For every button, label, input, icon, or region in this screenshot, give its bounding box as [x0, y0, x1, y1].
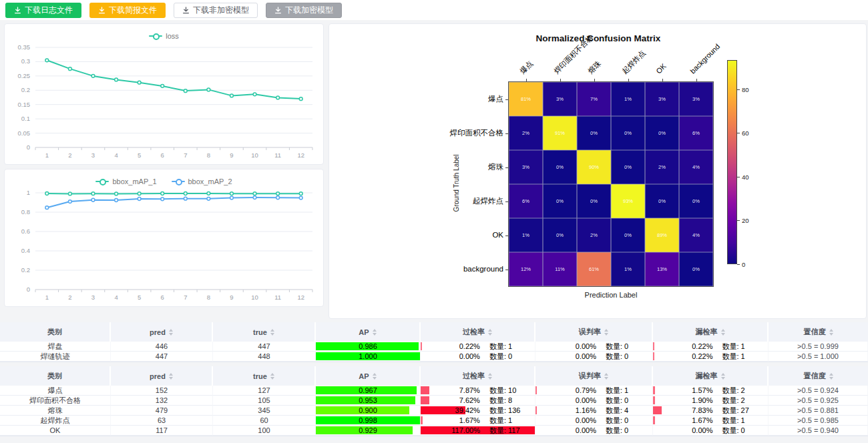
- rate-percent: 0.79%: [535, 386, 596, 394]
- column-header-label: 置信度: [804, 327, 826, 337]
- table-cell-over-detect-rate: 1.67%数量: 1: [421, 416, 535, 426]
- rate-count: 数量: 1: [596, 386, 652, 396]
- column-header-误判率[interactable]: 误判率: [535, 366, 653, 386]
- column-header-true[interactable]: true: [213, 366, 316, 386]
- sort-caret-icon[interactable]: [169, 373, 173, 380]
- matrix-cell: 2%: [509, 116, 543, 150]
- column-header-label: 误判率: [579, 371, 601, 381]
- column-header-true[interactable]: true: [213, 322, 316, 342]
- matrix-cell: 0%: [611, 116, 645, 150]
- column-header-label: 类别: [47, 371, 62, 381]
- rate-percent: 7.62%: [421, 396, 480, 404]
- table-cell-confidence: >0.5 = 0.940: [769, 426, 868, 436]
- y-tick-label: 0.05: [18, 129, 31, 137]
- x-tick-label: 5: [138, 294, 141, 301]
- rate-count: 数量: 1: [712, 342, 768, 352]
- data-point: [138, 81, 141, 84]
- column-header-AP[interactable]: AP: [316, 366, 421, 386]
- sort-caret-icon[interactable]: [169, 329, 173, 336]
- download-log-button[interactable]: 下载日志文件: [5, 3, 81, 18]
- column-header-类别: 类别: [0, 366, 111, 386]
- column-header-过检率[interactable]: 过检率: [421, 322, 535, 342]
- table-cell-confidence: >0.5 = 0.924: [769, 386, 868, 396]
- matrix-top-tick: [628, 79, 629, 81]
- rate-percent: 1.67%: [653, 416, 712, 424]
- y-tick-label: 0.3: [21, 57, 30, 65]
- matrix-row-label: 起焊炸点: [397, 184, 503, 218]
- rate-count: 数量: 0: [596, 416, 652, 426]
- legend-item-loss[interactable]: loss: [149, 32, 179, 40]
- matrix-cell: 0%: [543, 150, 577, 184]
- rate-count: 数量: 1: [712, 416, 768, 426]
- sort-caret-icon[interactable]: [373, 329, 377, 336]
- data-point: [207, 191, 210, 195]
- table-cell-misjudge-rate: 0.00%数量: 0: [535, 416, 653, 426]
- data-point: [299, 196, 302, 199]
- matrix-left-tick: [505, 99, 508, 100]
- column-header-label: true: [253, 328, 267, 336]
- column-header-过检率[interactable]: 过检率: [421, 366, 535, 386]
- sort-caret-icon[interactable]: [829, 329, 833, 336]
- matrix-left-tick: [505, 270, 508, 270]
- sort-caret-icon[interactable]: [488, 373, 492, 380]
- colorbar-tickmark: [737, 264, 740, 265]
- matrix-cell-value: 3%: [658, 96, 666, 102]
- sort-caret-icon[interactable]: [373, 373, 377, 380]
- matrix-left-tick: [505, 201, 508, 202]
- column-header-AP[interactable]: AP: [316, 322, 421, 342]
- table-cell-true: 448: [213, 352, 316, 362]
- legend-item-bbox_mAP_2[interactable]: bbox_mAP_2: [172, 177, 232, 185]
- x-tick-label: 5: [138, 151, 141, 159]
- x-tick-label: 12: [297, 151, 304, 159]
- table-cell-ap: 0.986: [316, 342, 421, 352]
- sort-caret-icon[interactable]: [270, 329, 274, 336]
- download-encrypted-model-button[interactable]: 下载加密模型: [266, 3, 342, 18]
- table-header-row: 类别predtrueAP过检率误判率漏检率置信度: [0, 322, 868, 342]
- data-point: [91, 192, 95, 195]
- colorbar-tick-label: 60: [742, 129, 749, 137]
- matrix-cell-value: 81%: [521, 96, 531, 102]
- table-cell-miss-rate: 1.57%数量: 2: [653, 386, 769, 396]
- sort-caret-icon[interactable]: [488, 329, 492, 336]
- sort-caret-icon[interactable]: [604, 373, 608, 380]
- table-cell-pred: 152: [111, 386, 213, 396]
- matrix-cell: 0%: [543, 184, 577, 218]
- column-header-pred[interactable]: pred: [111, 322, 213, 342]
- rate-percent: 0.00%: [535, 416, 596, 424]
- x-tick-label: 3: [91, 151, 95, 159]
- data-point: [207, 88, 210, 91]
- column-header-label: pred: [150, 328, 166, 336]
- sort-caret-icon[interactable]: [270, 373, 274, 380]
- matrix-cell-value: 0%: [556, 198, 564, 204]
- download-brief-button[interactable]: 下载简报文件: [89, 3, 166, 18]
- x-tick-label: 8: [207, 151, 210, 159]
- sort-caret-icon[interactable]: [721, 329, 725, 336]
- matrix-cell: 0%: [577, 116, 611, 150]
- column-header-label: 漏检率: [696, 327, 718, 337]
- column-header-label: AP: [359, 372, 369, 380]
- column-header-漏检率[interactable]: 漏检率: [653, 322, 769, 342]
- column-header-漏检率[interactable]: 漏检率: [653, 366, 769, 386]
- column-header-置信度[interactable]: 置信度: [769, 322, 868, 342]
- x-tick-label: 6: [161, 294, 164, 301]
- matrix-cell: 3%: [509, 150, 543, 184]
- column-header-误判率[interactable]: 误判率: [535, 322, 653, 342]
- download-plain-model-button[interactable]: 下载非加密模型: [174, 3, 258, 18]
- table-cell-ap: 0.998: [316, 416, 421, 426]
- matrix-cell: 2%: [577, 218, 611, 252]
- sort-caret-icon[interactable]: [829, 373, 833, 380]
- data-point: [230, 94, 234, 97]
- table-cell-confidence: >0.5 = 0.881: [769, 406, 868, 416]
- data-point: [115, 78, 118, 81]
- matrix-cell: 2%: [645, 150, 679, 184]
- legend-item-bbox_mAP_1[interactable]: bbox_mAP_1: [95, 177, 156, 185]
- column-header-pred[interactable]: pred: [111, 366, 213, 386]
- table-cell-over-detect-rate: 7.87%数量: 10: [421, 386, 535, 396]
- sort-caret-icon[interactable]: [721, 373, 725, 380]
- download-icon: [274, 7, 282, 14]
- data-point: [184, 197, 187, 200]
- column-header-置信度[interactable]: 置信度: [769, 366, 868, 386]
- sort-caret-icon[interactable]: [604, 329, 608, 336]
- table-cell-pred: 479: [111, 406, 213, 416]
- colorbar-tickmark: [737, 177, 740, 177]
